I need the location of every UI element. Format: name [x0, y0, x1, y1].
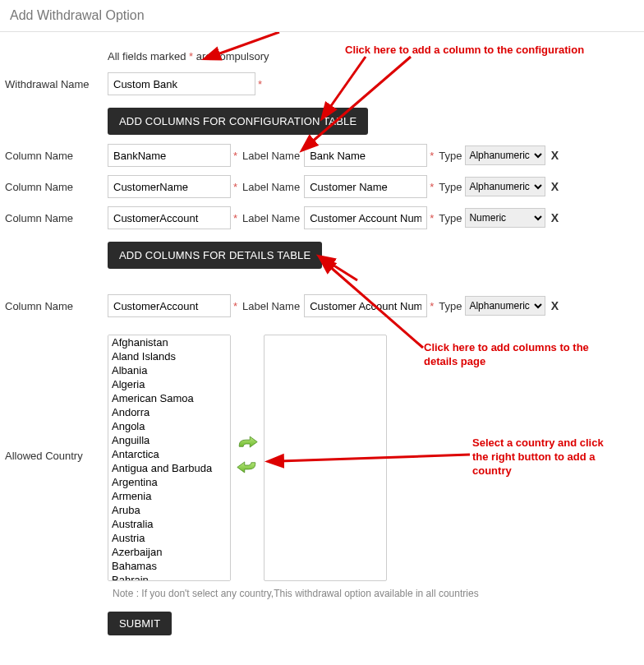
add-config-columns-button[interactable]: ADD COLUMNS FOR CONFIGURATION TABLE — [108, 108, 368, 135]
required-star: * — [258, 78, 262, 90]
label-name-label: Label Name — [242, 212, 300, 224]
help-suffix: are compulsory — [193, 50, 269, 62]
country-option[interactable]: Antarctica — [108, 447, 230, 461]
config-column-row: Column Name*Label Name*TypeAlphanumericN… — [5, 174, 644, 199]
help-prefix: All fields marked — [108, 50, 189, 62]
country-option[interactable]: Azerbaijan — [108, 545, 230, 559]
add-config-row: ADD COLUMNS FOR CONFIGURATION TABLE — [5, 108, 644, 135]
country-option[interactable]: Australia — [108, 517, 230, 531]
config-column-row: Column Name*Label Name*TypeAlphanumericN… — [5, 143, 644, 168]
country-option[interactable]: Bahrain — [108, 573, 230, 581]
remove-column-button[interactable]: X — [549, 180, 560, 193]
country-option[interactable]: Austria — [108, 531, 230, 545]
type-select[interactable]: AlphanumericNumeric — [465, 145, 545, 165]
column-name-input[interactable] — [108, 294, 231, 317]
country-option[interactable]: Angola — [108, 419, 230, 433]
page-title: Add Withdrawal Option — [0, 0, 644, 32]
add-details-row: ADD COLUMNS FOR DETAILS TABLE — [5, 242, 644, 269]
required-star: * — [430, 212, 434, 224]
column-name-input[interactable] — [108, 206, 231, 229]
label-name-input[interactable] — [304, 206, 427, 229]
config-column-row: Column Name*Label Name*TypeAlphanumericN… — [5, 206, 644, 230]
allowed-country-label: Allowed Country — [5, 335, 108, 462]
type-select[interactable]: AlphanumericNumeric — [465, 177, 545, 196]
swap-buttons-col — [231, 433, 264, 476]
type-select[interactable]: AlphanumericNumeric — [465, 296, 545, 316]
withdrawal-name-input[interactable] — [108, 72, 255, 95]
country-option[interactable]: Albania — [108, 363, 230, 377]
country-option[interactable]: Armenia — [108, 489, 230, 503]
country-option[interactable]: Algeria — [108, 377, 230, 391]
allowed-country-row: Allowed Country AfghanistanAland Islands… — [5, 335, 644, 581]
submit-button[interactable]: SUBMIT — [108, 612, 172, 635]
country-dest-list[interactable] — [264, 335, 387, 581]
country-note: Note : If you don't select any country,T… — [113, 588, 644, 599]
required-star: * — [430, 150, 434, 162]
country-option[interactable]: Andorra — [108, 405, 230, 419]
required-star: * — [430, 181, 434, 193]
column-name-label: Column Name — [5, 300, 108, 312]
required-star: * — [233, 181, 237, 193]
column-name-input[interactable] — [108, 175, 231, 198]
remove-column-button[interactable]: X — [549, 149, 560, 162]
country-option[interactable]: Anguilla — [108, 433, 230, 447]
label-name-input[interactable] — [304, 144, 427, 167]
label-name-label: Label Name — [242, 300, 300, 312]
country-option[interactable]: Antigua and Barbuda — [108, 461, 230, 475]
label-name-label: Label Name — [242, 150, 300, 162]
country-option[interactable]: American Samoa — [108, 391, 230, 405]
withdrawal-name-label: Withdrawal Name — [5, 78, 108, 90]
details-column-row: Column Name*Label Name*TypeAlphanumericN… — [5, 293, 644, 318]
add-details-columns-button[interactable]: ADD COLUMNS FOR DETAILS TABLE — [108, 242, 322, 269]
column-name-label: Column Name — [5, 212, 108, 224]
column-name-label: Column Name — [5, 181, 108, 193]
form-container: All fields marked * are compulsory Withd… — [0, 32, 644, 647]
remove-column-button[interactable]: X — [549, 299, 560, 312]
column-name-label: Column Name — [5, 150, 108, 162]
submit-row: SUBMIT — [5, 611, 644, 635]
country-source-list[interactable]: AfghanistanAland IslandsAlbaniaAlgeriaAm… — [108, 335, 231, 581]
move-left-icon[interactable] — [237, 456, 258, 474]
help-text: All fields marked * are compulsory — [108, 50, 269, 62]
label-name-label: Label Name — [242, 181, 300, 193]
withdrawal-name-row: Withdrawal Name * — [5, 72, 644, 96]
label-name-input[interactable] — [304, 175, 427, 198]
remove-column-button[interactable]: X — [549, 211, 560, 224]
required-star: * — [233, 150, 237, 162]
type-label: Type — [439, 300, 462, 312]
move-right-icon[interactable] — [237, 435, 258, 453]
country-option[interactable]: Aland Islands — [108, 349, 230, 363]
country-option[interactable]: Afghanistan — [108, 335, 230, 349]
required-star: * — [430, 300, 434, 312]
type-label: Type — [439, 212, 462, 224]
label-name-input[interactable] — [304, 294, 427, 317]
type-label: Type — [439, 181, 462, 193]
help-row: All fields marked * are compulsory — [5, 44, 644, 68]
type-select[interactable]: AlphanumericNumeric — [465, 208, 545, 228]
country-option[interactable]: Argentina — [108, 475, 230, 489]
required-star: * — [233, 300, 237, 312]
type-label: Type — [439, 150, 462, 162]
required-star: * — [233, 212, 237, 224]
column-name-input[interactable] — [108, 144, 231, 167]
country-option[interactable]: Bahamas — [108, 559, 230, 573]
country-option[interactable]: Aruba — [108, 503, 230, 517]
